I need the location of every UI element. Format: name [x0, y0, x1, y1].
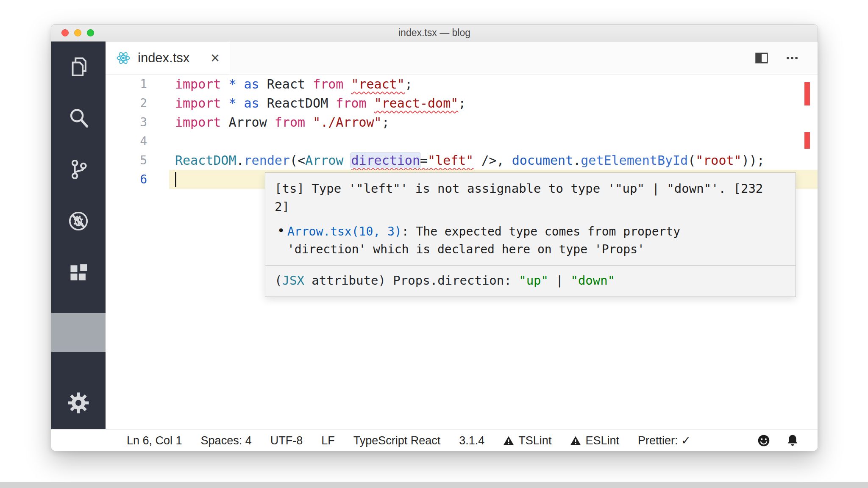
arrow-file-link[interactable]: Arrow.tsx(10, 3) — [287, 225, 402, 238]
code-token: render — [244, 153, 290, 168]
code-text[interactable]: import * as ReactDOM from "react-dom"; — [169, 94, 818, 113]
tab-close-button[interactable]: × — [211, 50, 220, 66]
code-token: React — [267, 77, 313, 92]
activity-item-explorer[interactable] — [67, 54, 90, 78]
tooltip-error-line1: [ts] Type '"left"' is not assignable to … — [275, 180, 786, 198]
line-number[interactable]: 2 — [106, 94, 169, 113]
code-token: (< — [290, 153, 305, 168]
eslint-status[interactable]: ESLint — [570, 434, 619, 447]
indentation[interactable]: Spaces: 4 — [201, 434, 252, 447]
minimize-window-button[interactable] — [74, 29, 81, 36]
activity-item-settings[interactable] — [67, 391, 90, 415]
code-line: 1import * as React from "react"; — [106, 75, 818, 94]
status-right — [757, 433, 818, 448]
code-token: document — [512, 153, 573, 168]
cursor-position[interactable]: Ln 6, Col 1 — [127, 434, 182, 447]
line-number[interactable]: 4 — [106, 132, 169, 151]
main-area: index.tsx × — [51, 42, 818, 429]
split-editor-button[interactable] — [754, 50, 769, 66]
text-cursor — [175, 172, 176, 187]
code-token: direction — [351, 153, 420, 168]
type-signature-token: ( — [275, 273, 282, 288]
more-actions-button[interactable] — [785, 50, 800, 66]
tooltip-type-signature: (JSX attribute) Props.direction: "up" | … — [265, 265, 796, 297]
line-number[interactable]: 3 — [106, 113, 169, 132]
prettier-status-label: Prettier: ✓ — [638, 434, 691, 447]
typescript-version[interactable]: 3.1.4 — [459, 434, 484, 447]
code-text[interactable] — [169, 132, 818, 151]
warning-icon — [503, 435, 514, 446]
code-editor[interactable]: 1import * as React from "react";2import … — [106, 75, 818, 429]
code-token: />, — [473, 153, 512, 168]
code-token: ; — [458, 96, 466, 111]
titlebar[interactable]: index.tsx — blog — [51, 25, 818, 42]
hover-tooltip: [ts] Type '"left"' is not assignable to … — [265, 172, 796, 297]
code-line: 2import * as ReactDOM from "react-dom"; — [106, 94, 818, 113]
code-token: * — [228, 77, 244, 92]
language-mode[interactable]: TypeScript React — [353, 434, 441, 447]
code-token: "left" — [428, 153, 473, 168]
eslint-status-label: ESLint — [585, 434, 619, 447]
tslint-status[interactable]: TSLint — [503, 434, 551, 447]
code-token: = — [420, 153, 428, 168]
end-of-line-label: LF — [321, 434, 335, 447]
code-text[interactable]: import Arrow from "./Arrow"; — [169, 113, 818, 132]
tooltip-error-message: [ts] Type '"left"' is not assignable to … — [265, 173, 796, 219]
type-signature-token: JSX — [282, 273, 304, 288]
bullet-icon: • — [277, 222, 285, 240]
traffic-lights — [61, 25, 94, 41]
end-of-line[interactable]: LF — [321, 434, 335, 447]
code-text[interactable]: ReactDOM.render(<Arrow direction="left" … — [169, 151, 818, 170]
prettier-status[interactable]: Prettier: ✓ — [638, 434, 691, 447]
encoding-label: UTF-8 — [270, 434, 303, 447]
vscode-window: index.tsx — blog — [51, 24, 818, 451]
files-icon — [67, 55, 90, 78]
code-line: 5ReactDOM.render(<Arrow direction="left"… — [106, 151, 818, 170]
code-token: Arrow — [228, 115, 274, 130]
type-signature-token: | — [548, 273, 570, 288]
code-token: Arrow — [305, 153, 351, 168]
activity-item-debug[interactable] — [67, 209, 90, 233]
bell-icon — [785, 433, 800, 448]
tabbar-actions — [754, 42, 818, 74]
type-signature-token: attribute) Props.direction: — [304, 273, 519, 288]
code-token: ( — [688, 153, 696, 168]
type-signature-token: "up" — [519, 273, 548, 288]
code-token: "root" — [696, 153, 741, 168]
code-token: from — [313, 77, 351, 92]
line-number[interactable]: 6 — [106, 170, 169, 189]
code-token: import — [175, 96, 228, 111]
tab-bar: index.tsx × — [106, 42, 818, 75]
zoom-window-button[interactable] — [87, 29, 94, 36]
notifications-button[interactable] — [785, 433, 800, 448]
overview-ruler-error-mark[interactable] — [804, 82, 810, 105]
cursor-position-label: Ln 6, Col 1 — [127, 434, 182, 447]
tab-index-tsx[interactable]: index.tsx × — [106, 42, 230, 74]
code-text[interactable]: import * as React from "react"; — [169, 75, 818, 94]
activity-bar-highlight — [51, 313, 106, 352]
code-token: . — [573, 153, 581, 168]
editor-column: index.tsx × — [106, 42, 818, 429]
close-window-button[interactable] — [61, 29, 69, 36]
activity-item-source-control[interactable] — [67, 158, 90, 181]
smiley-icon — [757, 433, 771, 448]
line-number[interactable]: 5 — [106, 151, 169, 170]
overview-ruler-error-mark[interactable] — [804, 132, 810, 149]
encoding[interactable]: UTF-8 — [270, 434, 303, 447]
code-line: 3import Arrow from "./Arrow"; — [106, 113, 818, 132]
activity-item-extensions[interactable] — [67, 261, 90, 285]
code-token: "react-dom" — [374, 96, 459, 111]
git-branch-icon — [67, 158, 90, 181]
activity-item-search[interactable] — [67, 106, 90, 130]
code-token: as — [244, 77, 267, 92]
status-items: Ln 6, Col 1Spaces: 4UTF-8LFTypeScript Re… — [127, 434, 691, 447]
line-number[interactable]: 1 — [106, 75, 169, 94]
code-token: . — [236, 153, 244, 168]
code-token: ; — [382, 115, 389, 130]
feedback-button[interactable] — [757, 433, 771, 448]
tab-label: index.tsx — [138, 50, 204, 66]
language-mode-label: TypeScript React — [353, 434, 441, 447]
code-token: as — [244, 96, 267, 111]
code-line: 4 — [106, 132, 818, 151]
code-token: from — [336, 96, 374, 111]
